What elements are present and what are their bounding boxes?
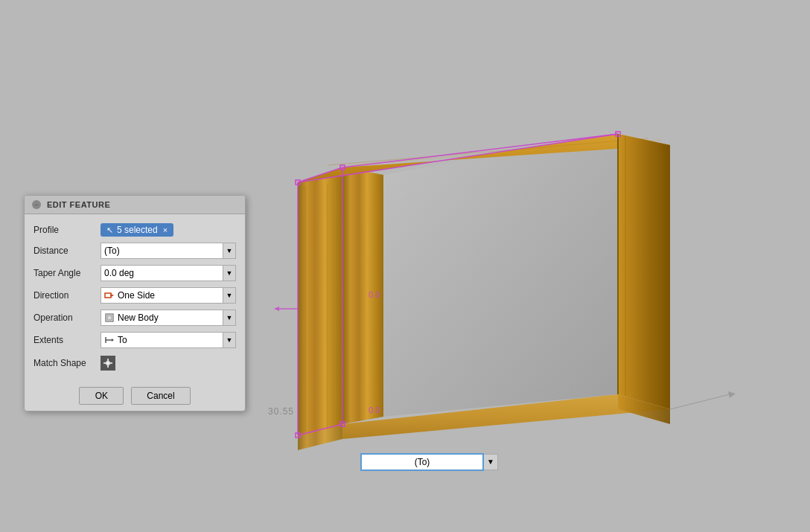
panel-header: − EDIT FEATURE bbox=[25, 196, 245, 214]
extents-icon bbox=[104, 335, 115, 345]
operation-dropdown-arrow[interactable]: ▼ bbox=[223, 310, 236, 326]
floating-dropdown[interactable]: ▼ bbox=[360, 453, 498, 471]
extents-label: Extents bbox=[34, 335, 101, 345]
distance-row: Distance (To) ▼ bbox=[25, 240, 245, 262]
match-shape-icon[interactable] bbox=[101, 356, 115, 371]
operation-value-text: New Body bbox=[118, 313, 159, 323]
direction-value-text: One Side bbox=[118, 290, 155, 301]
operation-icon bbox=[104, 313, 115, 323]
direction-label: Direction bbox=[34, 290, 101, 301]
taper-angle-dropdown[interactable]: 0.0 deg ▼ bbox=[101, 265, 236, 281]
taper-angle-dropdown-arrow[interactable]: ▼ bbox=[223, 265, 236, 281]
floating-dropdown-arrow[interactable]: ▼ bbox=[484, 454, 498, 470]
match-shape-svg bbox=[102, 357, 114, 369]
direction-icon bbox=[104, 290, 115, 301]
edit-feature-panel: − EDIT FEATURE Profile ↖ 5 selected × Di… bbox=[24, 195, 246, 411]
svg-marker-36 bbox=[111, 294, 114, 297]
distance-label: Distance bbox=[34, 246, 101, 256]
taper-angle-row: Taper Angle 0.0 deg ▼ bbox=[25, 262, 245, 284]
profile-row: Profile ↖ 5 selected × bbox=[25, 220, 245, 240]
match-shape-label: Match Shape bbox=[34, 358, 101, 368]
svg-rect-35 bbox=[105, 293, 111, 298]
direction-value: One Side bbox=[101, 287, 223, 304]
svg-text:0.0: 0.0 bbox=[369, 290, 380, 299]
distance-control: (To) ▼ bbox=[101, 243, 236, 259]
floating-dropdown-input[interactable] bbox=[360, 453, 484, 471]
taper-angle-value: 0.0 deg bbox=[101, 265, 223, 281]
svg-marker-0 bbox=[383, 134, 618, 417]
profile-selected-text: 5 selected bbox=[117, 225, 158, 235]
extents-row: Extents To ▼ bbox=[25, 329, 245, 351]
panel-title: EDIT FEATURE bbox=[47, 200, 110, 209]
panel-footer: OK Cancel bbox=[25, 381, 245, 411]
taper-angle-control: 0.0 deg ▼ bbox=[101, 265, 236, 281]
extents-control: To ▼ bbox=[101, 332, 236, 348]
taper-angle-label: Taper Angle bbox=[34, 268, 101, 278]
profile-clear-button[interactable]: × bbox=[163, 225, 168, 234]
direction-control: One Side ▼ bbox=[101, 287, 236, 304]
extents-value: To bbox=[101, 332, 223, 348]
operation-row: Operation New Body ▼ bbox=[25, 307, 245, 329]
profile-label: Profile bbox=[34, 225, 101, 235]
extents-dropdown-arrow[interactable]: ▼ bbox=[223, 332, 236, 348]
ok-button[interactable]: OK bbox=[79, 387, 124, 405]
svg-marker-2 bbox=[298, 167, 342, 435]
profile-badge[interactable]: ↖ 5 selected × bbox=[101, 223, 173, 237]
direction-dropdown-arrow[interactable]: ▼ bbox=[223, 287, 236, 304]
taper-angle-value-text: 0.0 deg bbox=[104, 268, 134, 278]
profile-cursor-icon: ↖ bbox=[106, 225, 113, 235]
dimension-label: 30.55 bbox=[268, 406, 294, 417]
svg-marker-34 bbox=[728, 391, 736, 398]
match-shape-row: Match Shape bbox=[25, 351, 245, 375]
distance-value-text: (To) bbox=[104, 246, 120, 256]
operation-label: Operation bbox=[34, 313, 101, 323]
direction-row: Direction One Side ▼ bbox=[25, 284, 245, 307]
panel-close-button[interactable]: − bbox=[32, 200, 41, 209]
dimension-value: 30.55 bbox=[268, 406, 294, 417]
distance-dropdown-arrow[interactable]: ▼ bbox=[223, 243, 236, 259]
extents-value-text: To bbox=[118, 335, 127, 345]
operation-dropdown[interactable]: New Body ▼ bbox=[101, 310, 236, 326]
svg-text:0.0: 0.0 bbox=[369, 406, 380, 414]
svg-marker-41 bbox=[112, 339, 114, 342]
svg-rect-38 bbox=[107, 315, 112, 320]
extents-dropdown[interactable]: To ▼ bbox=[101, 332, 236, 348]
distance-dropdown[interactable]: (To) ▼ bbox=[101, 243, 236, 259]
cancel-button[interactable]: Cancel bbox=[131, 387, 190, 405]
profile-control: ↖ 5 selected × bbox=[101, 223, 236, 237]
distance-dropdown-value: (To) bbox=[101, 243, 223, 259]
operation-control: New Body ▼ bbox=[101, 310, 236, 326]
direction-dropdown[interactable]: One Side ▼ bbox=[101, 287, 236, 304]
svg-marker-32 bbox=[274, 307, 279, 311]
cabinet-container: 0.0 0.0 bbox=[253, 45, 759, 506]
svg-line-33 bbox=[670, 394, 730, 409]
panel-body: Profile ↖ 5 selected × Distance (To) ▼ bbox=[25, 214, 245, 381]
operation-value: New Body bbox=[101, 310, 223, 326]
